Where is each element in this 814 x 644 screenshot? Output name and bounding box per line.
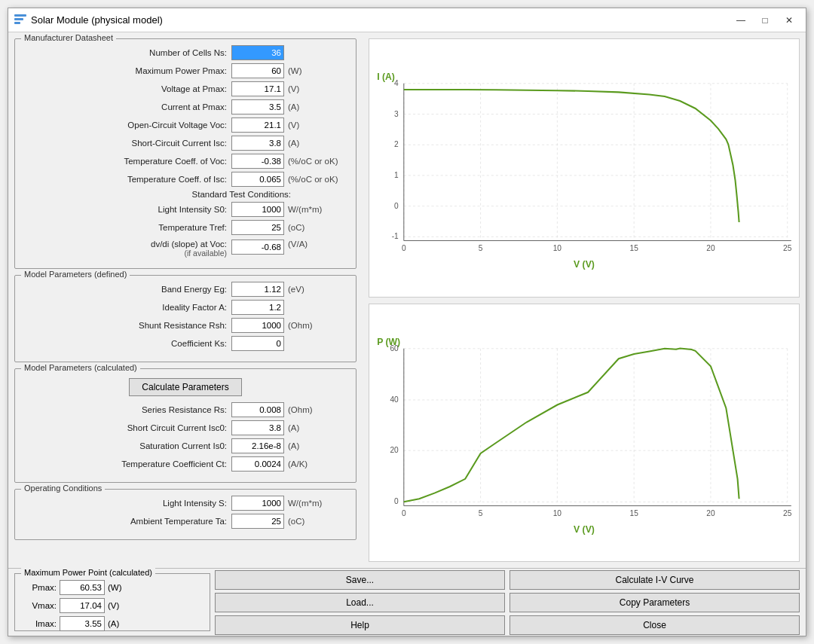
svg-text:-1: -1	[392, 232, 399, 240]
operating-group: Operating Conditions Light Intensity S: …	[14, 489, 357, 540]
ipmax-unit: (A)	[288, 102, 348, 111]
s-label: Light Intensity S:	[23, 499, 231, 508]
svg-text:0: 0	[394, 497, 399, 505]
model-defined-title: Model Parameters (defined)	[21, 270, 130, 279]
save-button[interactable]: Save...	[215, 570, 505, 590]
ks-label: Coefficient Ks:	[23, 339, 231, 348]
pv-chart-container: P (W) V (V) 60 40 20 0 0 5 10 15 20 25	[369, 304, 800, 563]
svg-text:10: 10	[553, 508, 562, 517]
ta-input[interactable]	[231, 514, 284, 529]
svg-text:60: 60	[390, 343, 399, 352]
svg-text:20: 20	[706, 508, 715, 517]
action-buttons: Save... Calculate I-V Curve Load... Copy…	[215, 573, 800, 631]
rs-input[interactable]	[231, 402, 284, 417]
model-defined-group: Model Parameters (defined) Band Energy E…	[14, 275, 357, 362]
chart-area: I (A) V (V) 4 3 2 1 0 -1 0 5 10	[369, 38, 800, 562]
s0-input[interactable]	[231, 202, 284, 217]
ct-input[interactable]	[231, 456, 284, 472]
title-bar: Solar Module (physical model) — □ ✕	[8, 8, 806, 32]
vpmax-label: Voltage at Pmax:	[23, 84, 231, 93]
manufacturer-group: Manufacturer Datasheet Number of Cells N…	[14, 38, 357, 269]
slope-label: dv/di (slope) at Voc:(if available)	[23, 238, 231, 258]
calculate-params-button[interactable]: Calculate Parameters	[129, 378, 241, 396]
s0-row: Light Intensity S0: W/(m*m)	[23, 202, 348, 217]
right-panel: I (A) V (V) 4 3 2 1 0 -1 0 5 10	[363, 32, 806, 568]
tvoc-row: Temperature Coeff. of Voc: (%/oC or oK)	[23, 154, 348, 169]
isc0-label: Short Circuit Current Isc0:	[23, 423, 231, 432]
pmax-unit: (W)	[288, 66, 348, 75]
mpp-group: Maximum Power Point (calculated) Pmax: 6…	[14, 573, 210, 631]
tisc-input[interactable]	[231, 172, 284, 187]
help-button[interactable]: Help	[215, 615, 505, 635]
ipmax-input[interactable]	[231, 99, 284, 114]
voc-input[interactable]	[231, 118, 284, 133]
vpmax-unit: (V)	[288, 84, 348, 93]
rsh-input[interactable]	[231, 318, 284, 333]
vmax-mpp-row: Vmax: 17.04 (V)	[23, 598, 202, 613]
ct-unit: (A/K)	[288, 459, 348, 469]
s-input[interactable]	[231, 496, 284, 511]
maximize-button[interactable]: □	[754, 13, 776, 28]
ct-label: Temperature Coefficient Ct:	[23, 459, 231, 469]
iv-chart-container: I (A) V (V) 4 3 2 1 0 -1 0 5 10	[369, 38, 800, 298]
rs-row: Series Resistance Rs: (Ohm)	[23, 402, 348, 417]
ta-row: Ambient Temperature Ta: (oC)	[23, 514, 348, 529]
pmax-row: Maximum Power Pmax: (W)	[23, 63, 348, 78]
ns-input[interactable]	[231, 45, 284, 60]
iv-curve	[404, 90, 739, 222]
svg-text:20: 20	[390, 446, 399, 454]
stc-label: Standard Test Conditions:	[23, 190, 295, 199]
is0-row: Saturation Current Is0: (A)	[23, 438, 348, 453]
tref-unit: (oC)	[288, 223, 348, 232]
rs-unit: (Ohm)	[288, 405, 348, 414]
eg-input[interactable]	[231, 282, 284, 297]
pmax-label: Maximum Power Pmax:	[23, 66, 231, 75]
slope-input[interactable]	[231, 240, 284, 255]
ipmax-row: Current at Pmax: (A)	[23, 99, 348, 114]
svg-text:0: 0	[402, 508, 406, 517]
tref-input[interactable]	[231, 220, 284, 235]
isc0-input[interactable]	[231, 420, 284, 435]
ks-row: Coefficient Ks:	[23, 336, 348, 351]
rs-label: Series Resistance Rs:	[23, 405, 231, 414]
tvoc-input[interactable]	[231, 154, 284, 169]
ns-row: Number of Cells Ns:	[23, 45, 348, 60]
ipmax-label: Current at Pmax:	[23, 102, 231, 111]
tref-row: Temperature Tref: (oC)	[23, 220, 348, 235]
model-calculated-title: Model Parameters (calculated)	[21, 363, 140, 372]
pmax-input[interactable]	[231, 63, 284, 78]
svg-text:20: 20	[706, 244, 715, 252]
copy-params-button[interactable]: Copy Parameters	[510, 593, 800, 612]
load-button[interactable]: Load...	[215, 593, 505, 612]
rsh-unit: (Ohm)	[288, 321, 348, 330]
svg-text:0: 0	[394, 202, 399, 210]
svg-text:40: 40	[390, 395, 399, 404]
is0-input[interactable]	[231, 438, 284, 453]
vpmax-input[interactable]	[231, 81, 284, 96]
voc-label: Open-Circuit Voltage Voc:	[23, 121, 231, 130]
app-icon	[14, 14, 26, 26]
close-button[interactable]: ✕	[779, 13, 800, 28]
ks-input[interactable]	[231, 336, 284, 351]
tisc-unit: (%/oC or oK)	[288, 175, 348, 184]
s0-unit: W/(m*m)	[288, 205, 348, 214]
minimize-button[interactable]: —	[730, 13, 751, 28]
pmax-mpp-label: Pmax:	[23, 583, 57, 592]
pv-chart: P (W) V (V) 60 40 20 0 0 5 10 15 20 25	[369, 304, 799, 562]
isc-input[interactable]	[231, 136, 284, 151]
window-controls: — □ ✕	[730, 13, 800, 28]
tref-label: Temperature Tref:	[23, 223, 231, 232]
action-row-2: Load... Copy Parameters	[215, 593, 800, 612]
rsh-row: Shunt Resistance Rsh: (Ohm)	[23, 318, 348, 333]
a-input[interactable]	[231, 300, 284, 315]
a-row: Ideality Factor A:	[23, 300, 348, 315]
svg-text:0: 0	[402, 244, 406, 252]
bottom-bar: Maximum Power Point (calculated) Pmax: 6…	[8, 568, 806, 636]
svg-text:15: 15	[630, 244, 639, 252]
s-unit: W/(m*m)	[288, 499, 348, 508]
s0-label: Light Intensity S0:	[23, 205, 231, 214]
pv-curve	[404, 348, 739, 502]
calculate-iv-button[interactable]: Calculate I-V Curve	[510, 570, 800, 590]
bottom-close-button[interactable]: Close	[510, 615, 800, 635]
pmax-mpp-value: 60.53	[60, 580, 105, 595]
